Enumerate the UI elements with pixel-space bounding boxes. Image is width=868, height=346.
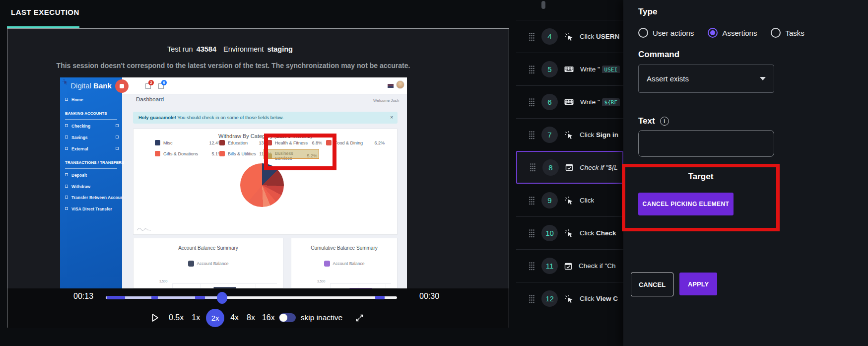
tab-last-execution[interactable]: LAST EXECUTION [11, 8, 79, 16]
cursor-click-icon [564, 131, 573, 139]
apply-button[interactable]: APPLY [679, 273, 717, 295]
fullscreen-icon[interactable] [355, 314, 364, 322]
remote-pointer-icon [62, 78, 68, 87]
step-number-badge: 5 [541, 61, 558, 77]
step-inspector-panel: Type User actions Assertions Tasks Comma… [623, 0, 868, 346]
speed-8x[interactable]: 8x [247, 313, 255, 322]
execution-panel: Test run43584Environmentstaging This ses… [7, 28, 509, 328]
speed-16x[interactable]: 16x [262, 313, 275, 322]
step-number-badge: 7 [541, 127, 558, 143]
step-row-10[interactable]: 10 Click Check [516, 216, 623, 249]
notification-badge-blue: 0 [161, 80, 167, 85]
step-row-11[interactable]: 11 Check if "Ch [516, 249, 623, 282]
alert-close-icon: × [390, 112, 393, 124]
cursor-click-icon [564, 32, 573, 41]
step-number-badge: 12 [541, 290, 558, 307]
step-label: Check if "Ch [579, 262, 616, 270]
drag-handle-icon[interactable] [529, 229, 535, 238]
keyboard-icon [564, 99, 574, 105]
timeline-event-marker[interactable] [107, 296, 125, 299]
play-button[interactable] [151, 313, 159, 322]
account-balance-card: Account Balance Summary Account Balance … [133, 238, 283, 288]
command-select-value: Assert exists [647, 74, 689, 83]
drag-handle-icon[interactable] [530, 163, 536, 172]
test-run-label: Test run [167, 45, 193, 53]
command-select[interactable]: Assert exists [638, 65, 774, 93]
radio-circle-selected [708, 28, 718, 38]
step-label: Check if "${L [580, 164, 618, 171]
text-heading-row: Text i [638, 116, 669, 126]
step-row-12[interactable]: 12 Click View C [516, 282, 623, 315]
bank-alert: Holy guacamole! You should check in on s… [133, 112, 398, 124]
welcome-text: Welcome Josh [373, 98, 399, 103]
bank-nav-checking: Checking [65, 124, 90, 129]
timeline-playhead[interactable] [217, 292, 227, 304]
step-label: Click Sign in [580, 131, 618, 138]
skip-inactive-label: skip inactive [301, 313, 342, 322]
steps-list: 4 Click USERN 5 Write " USEI 6 Write " $… [509, 0, 623, 346]
timeline-event-marker[interactable] [375, 296, 385, 299]
bank-nav-visa-transfer: VISA Direct Transfer [65, 207, 112, 211]
step-label: Click USERN [580, 33, 619, 40]
step-label: Write " USEI [580, 66, 620, 73]
radio-assertions[interactable]: Assertions [708, 28, 757, 38]
video-timeline[interactable] [106, 293, 397, 301]
step-row-6[interactable]: 6 Write " ${RE [516, 85, 623, 118]
bank-nav-withdraw: Withdraw [65, 184, 90, 189]
step-row-4[interactable]: 4 Click USERN [516, 20, 623, 53]
speed-2x-active[interactable]: 2x [206, 309, 224, 327]
drag-handle-icon[interactable] [529, 294, 535, 303]
bank-nav-external: External [65, 146, 88, 151]
speed-0.5x[interactable]: 0.5x [169, 313, 184, 322]
step-label: Click View C [580, 295, 618, 302]
step-label: Click [580, 197, 594, 204]
command-heading: Command [638, 50, 679, 60]
timeline-event-marker[interactable] [195, 296, 205, 299]
assert-check-icon [564, 262, 572, 270]
bank-sidebar: Digital Bank Home BANKING ACCOUNTS Check… [60, 77, 122, 288]
radio-user-actions[interactable]: User actions [638, 28, 694, 38]
legend-item: Gifts & Donations5.1% [155, 151, 222, 156]
bank-nav-home: Home [65, 97, 83, 102]
drag-handle-icon[interactable] [529, 196, 535, 205]
speed-4x[interactable]: 4x [230, 313, 239, 322]
step-row-5[interactable]: 5 Write " USEI [516, 53, 623, 85]
chevron-down-icon [760, 77, 766, 80]
step-row-9[interactable]: 9 Click [516, 184, 623, 216]
step-number-badge: 4 [541, 28, 558, 45]
drag-handle-icon[interactable] [529, 98, 535, 107]
run-info: Test run43584Environmentstaging [60, 45, 407, 53]
environment-value: staging [267, 45, 293, 53]
step-number-badge: 8 [542, 159, 559, 176]
app-root: LAST EXECUTION Test run43584Environments… [0, 0, 868, 346]
drag-handle-icon[interactable] [529, 131, 535, 139]
text-input[interactable] [638, 130, 774, 157]
radio-tasks[interactable]: Tasks [771, 28, 804, 38]
drag-handle-icon[interactable] [529, 32, 535, 41]
tab-active-underline [7, 26, 79, 28]
bank-nav-heading: BANKING ACCOUNTS [65, 111, 117, 120]
skip-inactive-toggle[interactable] [279, 313, 296, 322]
step-row-8-selected[interactable]: 8 Check if "${L [516, 151, 623, 184]
radio-circle [638, 28, 648, 38]
keyboard-icon [564, 66, 574, 72]
speed-1x[interactable]: 1x [192, 313, 200, 322]
drag-handle-icon[interactable] [529, 65, 535, 74]
radio-circle [771, 28, 781, 38]
step-label: Write " ${RE [580, 98, 620, 106]
drag-handle-icon[interactable] [529, 262, 535, 271]
info-icon[interactable]: i [660, 117, 669, 126]
total-time: 00:30 [419, 292, 439, 301]
timeline-event-marker[interactable] [151, 296, 158, 299]
bank-nav-heading: TRANSACTIONS / TRANSFERS [65, 160, 117, 169]
cancel-button[interactable]: CANCEL [631, 273, 673, 296]
step-number-badge: 9 [541, 192, 558, 208]
current-time: 00:13 [73, 292, 93, 301]
type-radio-group: User actions Assertions Tasks [638, 28, 804, 38]
annotation-red-box-legend [264, 134, 336, 170]
video-viewport[interactable]: Digital Bank Home BANKING ACCOUNTS Check… [60, 77, 407, 288]
language-flag-icon [388, 84, 394, 88]
chart-watermark-icon [136, 224, 151, 233]
toggle-knob [279, 314, 287, 322]
step-row-7[interactable]: 7 Click Sign in [516, 118, 623, 151]
